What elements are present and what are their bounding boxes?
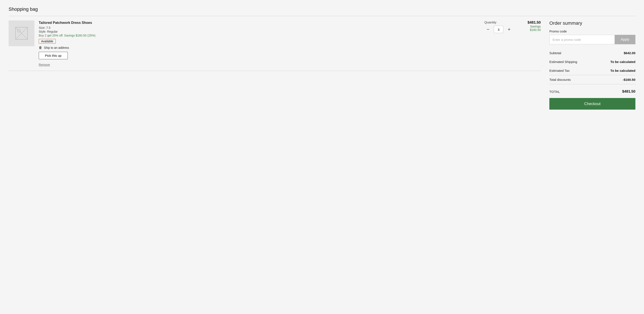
quantity-increase-button[interactable]: + <box>506 26 513 33</box>
item-style: Style: Regular <box>39 30 480 33</box>
checkout-button[interactable]: Checkout <box>549 98 636 110</box>
subtotal-row: Subtotal $642.00 <box>549 48 636 57</box>
shipping-row: Estimated Shipping To be calculated <box>549 57 636 66</box>
ship-row: 🗑 Ship to an address <box>39 46 480 50</box>
item-name: Tailored Patchwork Dress Shoes <box>39 20 480 25</box>
order-summary-title: Order summary <box>549 20 636 26</box>
main-content: Tailored Patchwork Dress Shoes Size: 7.5… <box>8 20 636 110</box>
page-title: Shopping bag <box>8 6 636 12</box>
quantity-control: − + <box>484 26 513 33</box>
quantity-input[interactable] <box>494 26 503 33</box>
discount-label: Total discounts <box>549 78 571 81</box>
remove-button[interactable]: Remove <box>39 63 50 66</box>
discount-row: Total discounts -$160.50 <box>549 75 636 84</box>
item-promo: Buy 2 get 25% off: Savings $160.50 (25%) <box>39 34 480 37</box>
image-placeholder-icon <box>15 27 28 40</box>
total-row: TOTAL $481.50 <box>549 86 636 98</box>
total-label: TOTAL <box>549 90 560 93</box>
availability-badge: Available <box>39 39 56 44</box>
summary-rows: Subtotal $642.00 Estimated Shipping To b… <box>549 48 636 84</box>
promo-input[interactable] <box>549 35 615 44</box>
tax-value: To be calculated <box>610 69 636 72</box>
product-image-placeholder <box>8 20 34 46</box>
savings-label: Savings <box>530 25 541 28</box>
tax-row: Estimated Tax To be calculated <box>549 66 636 75</box>
page-wrapper: Shopping bag Tailored Patchwork Dress Sh… <box>0 0 644 314</box>
shipping-value: To be calculated <box>610 60 636 64</box>
total-value: $481.50 <box>622 89 636 94</box>
divider <box>8 16 636 16</box>
apply-button[interactable]: Apply <box>615 35 636 44</box>
shipping-label: Estimated Shipping <box>549 60 577 64</box>
pick-up-button[interactable]: Pick this up <box>39 52 68 59</box>
discount-value: -$160.50 <box>623 78 636 81</box>
item-details: Tailored Patchwork Dress Shoes Size: 7.5… <box>39 20 480 66</box>
quantity-section: Quantity − + <box>484 20 513 66</box>
promo-label: Promo code <box>549 29 636 33</box>
promo-row: Apply <box>549 35 636 44</box>
tax-label: Estimated Tax <box>549 69 570 72</box>
cart-item: Tailored Patchwork Dress Shoes Size: 7.5… <box>8 20 541 71</box>
subtotal-value: $642.00 <box>624 51 636 55</box>
order-summary: Order summary Promo code Apply Subtotal … <box>549 20 636 110</box>
quantity-label: Quantity <box>484 20 496 24</box>
subtotal-label: Subtotal <box>549 51 561 55</box>
quantity-decrease-button[interactable]: − <box>484 26 492 33</box>
ship-icon: 🗑 <box>39 46 42 50</box>
price-section: $481.50 Savings $160.50 <box>517 20 541 66</box>
ship-to-label: Ship to an address <box>44 46 69 49</box>
savings-amount: $160.50 <box>530 28 541 31</box>
item-price: $481.50 <box>528 20 541 25</box>
item-size: Size: 7.5 <box>39 26 480 29</box>
cart-section: Tailored Patchwork Dress Shoes Size: 7.5… <box>8 20 541 71</box>
